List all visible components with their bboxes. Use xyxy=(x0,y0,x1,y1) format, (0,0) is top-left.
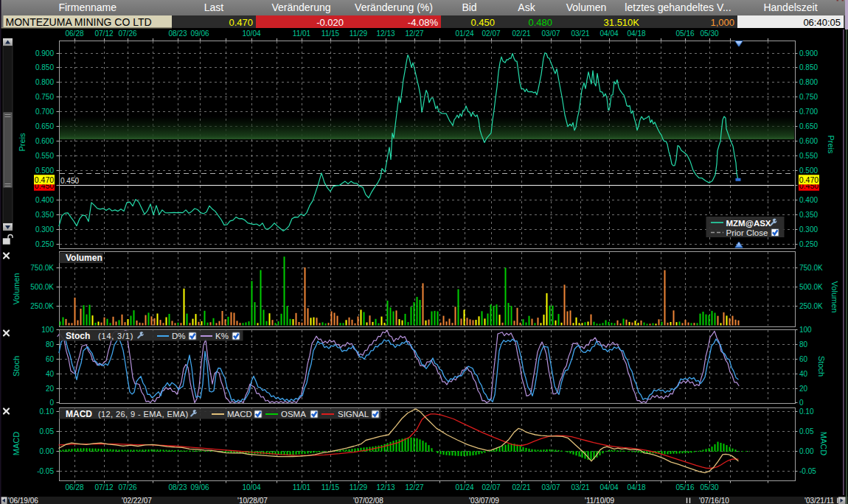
svg-text:09/06: 09/06 xyxy=(190,29,209,38)
svg-text:10/04: 10/04 xyxy=(242,483,260,491)
svg-text:-0.05: -0.05 xyxy=(799,467,816,475)
svg-text:04/04: 04/04 xyxy=(599,29,618,38)
svg-text:Veränderung: Veränderung xyxy=(271,1,330,13)
svg-text:MACD: MACD xyxy=(66,409,92,419)
svg-text:0.750: 0.750 xyxy=(799,93,818,101)
svg-text:0.470: 0.470 xyxy=(35,175,54,184)
svg-text:Firmenname: Firmenname xyxy=(58,1,117,13)
svg-text:07/12: 07/12 xyxy=(94,29,113,38)
svg-text:10/04: 10/04 xyxy=(242,29,260,38)
svg-text:03/21: 03/21 xyxy=(571,29,589,38)
svg-text:09/06: 09/06 xyxy=(190,483,209,491)
svg-text:0.400: 0.400 xyxy=(35,196,54,204)
svg-text:0.05: 0.05 xyxy=(799,427,814,435)
svg-text:MZM@ASX: MZM@ASX xyxy=(726,219,771,228)
svg-text:Stoch: Stoch xyxy=(12,356,21,377)
svg-text:06:40:05: 06:40:05 xyxy=(803,17,841,28)
svg-text:750.0K: 750.0K xyxy=(30,264,54,272)
svg-text:03/07: 03/07 xyxy=(541,29,560,38)
svg-text:02/07: 02/07 xyxy=(482,29,500,38)
svg-text:1,000: 1,000 xyxy=(710,17,734,28)
svg-text:01/24: 01/24 xyxy=(455,29,473,38)
svg-text:0.600: 0.600 xyxy=(35,137,54,145)
svg-text:-0.020: -0.020 xyxy=(316,17,344,28)
svg-text:11/29: 11/29 xyxy=(350,483,368,491)
svg-text:Bid: Bid xyxy=(462,1,476,13)
svg-text:04/18: 04/18 xyxy=(627,483,645,491)
svg-text:Stoch: Stoch xyxy=(66,331,90,341)
svg-text:12/27: 12/27 xyxy=(405,29,423,38)
svg-text:02/07: 02/07 xyxy=(482,483,500,491)
svg-text:0.300: 0.300 xyxy=(35,225,54,234)
svg-text:0.600: 0.600 xyxy=(799,137,818,145)
svg-text:0.350: 0.350 xyxy=(35,211,54,219)
svg-text:Last: Last xyxy=(204,1,224,13)
svg-text:12/13: 12/13 xyxy=(376,29,395,38)
svg-text:Preis: Preis xyxy=(18,133,27,152)
svg-text:'06/19/06: '06/19/06 xyxy=(8,497,38,504)
svg-text:80: 80 xyxy=(46,340,55,349)
svg-text:0.250: 0.250 xyxy=(35,240,54,248)
svg-text:12/13: 12/13 xyxy=(376,483,395,491)
svg-text:12/27: 12/27 xyxy=(405,483,423,491)
svg-text:0.800: 0.800 xyxy=(799,78,818,86)
svg-text:05/30: 05/30 xyxy=(700,483,718,491)
svg-text:Handelszeit: Handelszeit xyxy=(763,1,817,13)
svg-text:OSMA: OSMA xyxy=(281,410,306,419)
svg-text:05/30: 05/30 xyxy=(700,29,718,38)
svg-text:0.10: 0.10 xyxy=(799,407,814,416)
svg-text:Volumen: Volumen xyxy=(566,1,606,13)
svg-text:03/21: 03/21 xyxy=(571,483,589,491)
svg-text:07/12: 07/12 xyxy=(94,483,113,491)
svg-text:K%: K% xyxy=(215,332,229,340)
svg-text:0.00: 0.00 xyxy=(40,447,55,455)
svg-text:'03/07/09: '03/07/09 xyxy=(469,497,499,504)
svg-text:0.700: 0.700 xyxy=(799,108,818,116)
svg-text:31.510K: 31.510K xyxy=(604,17,640,28)
svg-text:(14, 3/1): (14, 3/1) xyxy=(98,332,133,340)
svg-text:750.0K: 750.0K xyxy=(799,264,823,272)
svg-text:60: 60 xyxy=(46,355,55,363)
svg-text:0.10: 0.10 xyxy=(40,407,55,416)
svg-text:0.500: 0.500 xyxy=(35,167,54,175)
svg-text:11/15: 11/15 xyxy=(322,29,340,38)
svg-text:250.0K: 250.0K xyxy=(799,302,823,310)
svg-text:0.450: 0.450 xyxy=(470,17,495,28)
svg-text:MACD: MACD xyxy=(227,410,252,419)
svg-text:0.350: 0.350 xyxy=(799,211,818,219)
svg-text:80: 80 xyxy=(799,340,808,349)
svg-text:40: 40 xyxy=(799,370,808,378)
svg-text:02/21: 02/21 xyxy=(512,483,530,491)
svg-text:08/23: 08/23 xyxy=(168,29,187,38)
svg-text:40: 40 xyxy=(46,370,55,378)
svg-text:0.300: 0.300 xyxy=(799,225,818,234)
svg-text:0.650: 0.650 xyxy=(35,122,54,130)
svg-text:100: 100 xyxy=(41,326,54,334)
svg-text:'03/21/11: '03/21/11 xyxy=(804,497,835,504)
svg-text:D%: D% xyxy=(172,332,186,340)
svg-text:'11/10/09: '11/10/09 xyxy=(585,497,615,504)
svg-text:0.550: 0.550 xyxy=(799,152,818,160)
svg-text:Veränderung (%): Veränderung (%) xyxy=(355,1,433,13)
svg-text:0: 0 xyxy=(799,399,804,407)
svg-text:0.05: 0.05 xyxy=(40,427,55,435)
svg-text:500.0K: 500.0K xyxy=(799,283,823,291)
svg-text:11/29: 11/29 xyxy=(350,29,368,38)
svg-text:0.250: 0.250 xyxy=(799,240,818,248)
svg-text:Volumen: Volumen xyxy=(66,253,102,263)
svg-text:08/23: 08/23 xyxy=(168,483,187,491)
svg-text:'07/02/08: '07/02/08 xyxy=(353,497,383,504)
svg-text:20: 20 xyxy=(46,385,55,393)
svg-text:07/26: 07/26 xyxy=(118,483,136,491)
svg-text:'02/22/07: '02/22/07 xyxy=(122,497,152,504)
svg-text:Preis: Preis xyxy=(827,135,835,154)
svg-text:100: 100 xyxy=(799,326,812,334)
svg-text:06/28: 06/28 xyxy=(65,29,83,38)
svg-text:04/18: 04/18 xyxy=(627,29,645,38)
svg-text:0.400: 0.400 xyxy=(799,196,818,204)
svg-text:11/01: 11/01 xyxy=(293,29,311,38)
svg-text:0.650: 0.650 xyxy=(799,122,818,130)
svg-text:0.850: 0.850 xyxy=(799,63,818,71)
svg-text:0.470: 0.470 xyxy=(799,175,819,184)
svg-text:20: 20 xyxy=(799,385,808,393)
